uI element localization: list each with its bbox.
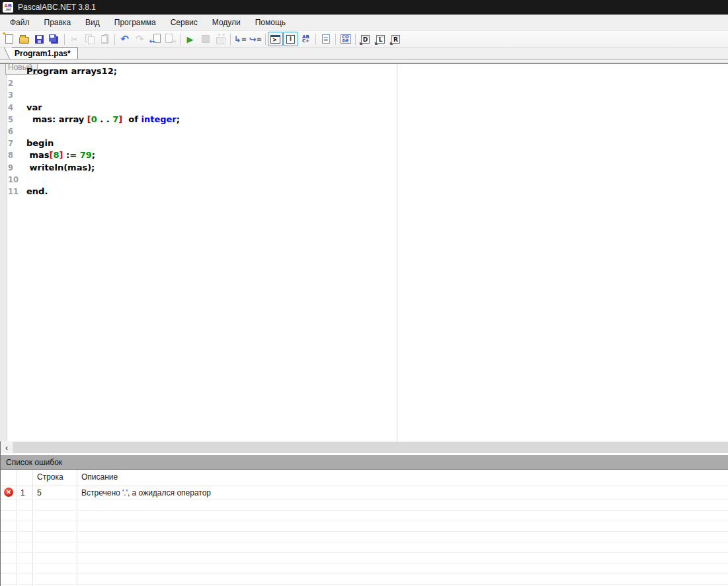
nav-back-button[interactable] [147,32,163,46]
code-line-5[interactable]: mas: array [0 . . 7] of integer; [26,114,180,126]
empty-error-row [1,532,728,542]
menu-item-1[interactable]: Файл [3,15,37,30]
horizontal-scrollbar[interactable]: ‹ [1,441,728,453]
title-bar: AB .net PascalABC.NET 3.8.1 [0,0,728,15]
code-completion-button[interactable] [298,32,313,46]
code-line-8[interactable]: mas[8] := 79; [26,149,180,161]
app-icon-net-label: .net [5,8,11,11]
redo-icon [134,33,146,45]
code-token: ; [92,150,95,160]
scrollbar-track[interactable] [13,442,728,453]
menu-bar: ФайлПравкаВидПрограммаСервисМодулиПомощь [0,15,728,30]
undo-button[interactable] [117,32,132,46]
menu-item-5[interactable]: Сервис [163,15,205,30]
paste-icon [101,35,108,44]
code-completion-icon [300,33,312,45]
indent-button[interactable] [233,32,248,46]
column-header-line[interactable]: Строка [37,472,63,482]
chevron-left-icon: ‹ [5,444,8,452]
menu-item-3[interactable]: Вид [78,15,107,30]
code-line-4[interactable]: var [26,102,180,114]
code-templates-button[interactable] [338,32,353,46]
code-token: integer [141,114,176,124]
code-templates-icon [341,34,351,44]
error-table-header-row: Строка Описание [1,470,728,486]
toolbar: DLR [0,30,728,48]
code-token: var [26,102,42,112]
code-line-9[interactable]: writeln(mas); [26,162,180,174]
editor-area[interactable]: 1234567891011 Новый Program arrays12;var… [0,64,728,441]
menu-item-4[interactable]: Программа [107,15,163,30]
doc-d-button[interactable]: D [358,32,373,46]
code-token: of [122,114,141,124]
empty-error-row [1,564,728,574]
outdent-icon [250,33,262,45]
error-description: Встречено '.', а ожидался оператор [81,488,211,497]
error-table[interactable]: Строка Описание ✕15Встречено '.', а ожид… [1,470,728,586]
doc-r-button[interactable]: R [388,32,403,46]
scroll-left-button[interactable]: ‹ [1,442,13,453]
copy-icon [84,33,96,45]
code-line-11[interactable]: end. [26,186,180,198]
doc-l-icon: L [376,35,385,44]
nav-back-icon [149,33,161,45]
code-token: 7 [112,114,118,124]
app-window: AB .net PascalABC.NET 3.8.1 ФайлПравкаВи… [0,0,728,586]
toolbar-separator [230,34,231,45]
error-number: 1 [20,488,25,497]
copy-button [82,32,97,46]
new-file-button[interactable] [1,32,17,46]
paste-button [97,32,112,46]
code-line-6[interactable] [26,126,180,137]
editor-gutter [0,64,7,441]
menu-item-2[interactable]: Правка [37,15,79,30]
code-lines[interactable]: Program arrays12;var mas: array [0 . . 7… [26,65,180,198]
line-numbers: 1234567891011 [8,65,19,198]
save-file-icon [35,35,44,44]
code-line-10[interactable] [26,174,180,186]
code-token: mas: array [26,114,87,124]
code-token: 79 [80,150,92,160]
error-panel-title: Список ошибок [6,458,62,467]
outdent-button[interactable] [248,32,263,46]
code-token: writeln(mas); [26,163,95,172]
new-file-icon [5,34,13,44]
nav-forward-button [163,32,178,46]
window-title: PascalABC.NET 3.8.1 [18,3,96,12]
toolbar-separator [315,34,316,45]
code-token: . . [97,114,112,124]
nav-forward-icon [165,33,177,45]
tab-program1[interactable]: Program1.pas* [12,47,78,59]
error-row-1[interactable]: ✕15Встречено '.', а ожидался оператор [1,486,728,500]
code-line-2[interactable] [26,77,180,89]
toggle-console-button[interactable] [268,32,283,46]
code-token: begin [26,138,54,148]
empty-error-row [1,574,728,585]
code-line-3[interactable] [26,89,180,101]
run-button[interactable] [182,32,198,46]
stop-icon [200,33,212,45]
save-all-button[interactable] [47,32,62,46]
save-file-button[interactable] [32,32,47,46]
doc-d-icon: D [361,35,370,44]
code-line-7[interactable]: begin [26,137,180,149]
structure-window-button[interactable] [318,32,333,46]
toggle-console-icon [270,35,280,44]
column-header-description[interactable]: Описание [81,472,118,482]
code-line-1[interactable]: Program arrays12; [26,65,180,77]
bottom-section: ‹ Список ошибок Строка Описание ✕15Встре… [0,441,728,586]
line-number-4: 4 [8,102,19,114]
empty-error-row [1,511,728,521]
line-number-3: 3 [8,89,19,101]
open-file-button[interactable] [17,32,32,46]
doc-l-button[interactable]: L [373,32,388,46]
menu-item-7[interactable]: Помощь [248,15,293,30]
toggle-input-button[interactable] [283,32,298,46]
code-token: mas [26,150,50,160]
toolbar-separator [265,34,266,45]
empty-error-row [1,553,728,564]
compile-button [213,32,228,46]
code-token: 0 [91,114,97,124]
toolbar-separator [180,34,181,45]
menu-item-6[interactable]: Модули [205,15,248,30]
